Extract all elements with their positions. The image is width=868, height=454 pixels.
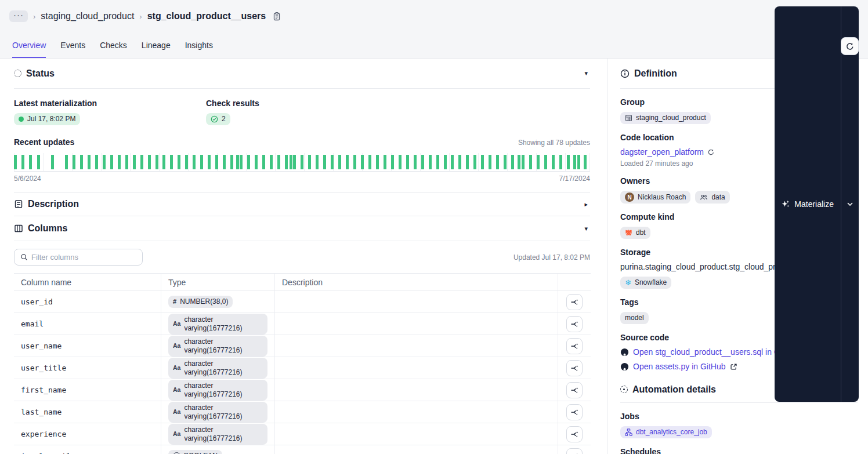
compute-kind-badge[interactable]: dbt	[620, 227, 650, 239]
view-column-lineage-button[interactable]	[566, 404, 583, 420]
latest-materialization-badge[interactable]: Jul 17, 8:02 PM	[14, 113, 80, 125]
update-bar[interactable]	[567, 155, 570, 169]
update-bar[interactable]	[65, 155, 68, 169]
update-bar[interactable]	[277, 155, 280, 169]
update-bar[interactable]	[308, 155, 311, 169]
update-bar[interactable]	[537, 155, 540, 169]
materialize-dropdown-button[interactable]	[841, 6, 859, 402]
update-bar[interactable]	[353, 155, 356, 169]
group-badge[interactable]: staging_cloud_product	[620, 112, 711, 124]
update-bar[interactable]	[193, 155, 196, 169]
update-bar[interactable]	[230, 155, 233, 169]
view-column-lineage-button[interactable]	[566, 448, 583, 454]
tab-events[interactable]: Events	[60, 35, 85, 58]
owner-team-badge[interactable]: data	[695, 191, 729, 204]
breadcrumb-ellipsis-button[interactable]: ···	[9, 10, 28, 22]
update-bar[interactable]	[331, 155, 334, 169]
update-bar[interactable]	[162, 155, 165, 169]
update-bar[interactable]	[110, 155, 113, 169]
update-bar[interactable]	[262, 155, 265, 169]
filter-columns-field[interactable]	[14, 249, 143, 266]
update-bar[interactable]	[384, 155, 386, 169]
update-bar[interactable]	[293, 155, 296, 169]
expand-description-chevron-icon[interactable]: ▸	[582, 198, 590, 210]
update-bar[interactable]	[185, 155, 188, 169]
update-bar[interactable]	[155, 155, 158, 169]
updates-timeline[interactable]	[14, 153, 590, 172]
update-bar[interactable]	[406, 155, 409, 169]
check-results-badge[interactable]: 2	[206, 113, 230, 125]
view-column-lineage-button[interactable]	[566, 382, 583, 398]
update-bar[interactable]	[429, 155, 432, 169]
update-bar[interactable]	[489, 155, 491, 169]
update-bar[interactable]	[577, 155, 580, 169]
update-bar[interactable]	[473, 155, 476, 169]
update-bar[interactable]	[573, 155, 576, 169]
update-bar[interactable]	[285, 155, 288, 169]
owner-user-badge[interactable]: N Nicklaus Roach	[620, 191, 690, 204]
update-bar[interactable]	[481, 155, 484, 169]
update-bar[interactable]	[178, 155, 180, 169]
update-bar[interactable]	[247, 155, 250, 169]
update-bar[interactable]	[301, 155, 303, 169]
update-bar[interactable]	[208, 155, 211, 169]
update-bar[interactable]	[14, 155, 17, 169]
collapse-status-chevron-icon[interactable]: ▾	[582, 67, 590, 79]
view-column-lineage-button[interactable]	[566, 316, 583, 332]
update-bar[interactable]	[240, 155, 243, 169]
tab-lineage[interactable]: Lineage	[142, 35, 171, 58]
update-bar[interactable]	[444, 155, 447, 169]
code-location-link[interactable]: dagster_open_platform	[620, 147, 704, 157]
update-bar[interactable]	[511, 155, 514, 169]
update-bar[interactable]	[236, 155, 239, 169]
update-bar[interactable]	[559, 155, 562, 169]
update-bar[interactable]	[73, 155, 75, 169]
update-bar[interactable]	[21, 155, 24, 169]
update-bar[interactable]	[255, 155, 258, 169]
materialize-button[interactable]: Materialize	[775, 6, 841, 402]
update-bar[interactable]	[103, 155, 106, 169]
update-bar[interactable]	[170, 155, 173, 169]
update-bar[interactable]	[140, 155, 143, 169]
update-bar[interactable]	[584, 155, 587, 169]
update-bar[interactable]	[29, 155, 32, 169]
update-bar[interactable]	[458, 155, 461, 169]
update-bar[interactable]	[368, 155, 371, 169]
update-bar[interactable]	[51, 155, 54, 169]
update-bar[interactable]	[200, 155, 203, 169]
update-bar[interactable]	[518, 155, 520, 169]
tab-checks[interactable]: Checks	[100, 35, 127, 58]
update-bar[interactable]	[391, 155, 394, 169]
breadcrumb-group-link[interactable]: staging_cloud_product	[41, 11, 134, 21]
update-bar[interactable]	[316, 155, 319, 169]
update-bar[interactable]	[496, 155, 499, 169]
update-bar[interactable]	[552, 155, 555, 169]
update-bar[interactable]	[80, 155, 83, 169]
view-column-lineage-button[interactable]	[566, 338, 583, 354]
reload-location-icon[interactable]	[707, 148, 715, 156]
view-column-lineage-button[interactable]	[566, 294, 583, 310]
update-bar[interactable]	[95, 155, 98, 169]
update-bar[interactable]	[223, 155, 226, 169]
update-bar[interactable]	[436, 155, 439, 169]
view-column-lineage-button[interactable]	[566, 360, 583, 376]
update-bar[interactable]	[338, 155, 341, 169]
job-badge[interactable]: dbt_analytics_core_job	[620, 426, 712, 438]
update-bar[interactable]	[37, 155, 40, 169]
update-bar[interactable]	[290, 155, 292, 169]
update-bar[interactable]	[361, 155, 364, 169]
update-bar[interactable]	[399, 155, 402, 169]
update-bar[interactable]	[270, 155, 273, 169]
update-bar[interactable]	[421, 155, 424, 169]
update-bar[interactable]	[414, 155, 417, 169]
refresh-button[interactable]	[841, 37, 859, 55]
collapse-columns-chevron-icon[interactable]: ▾	[582, 223, 590, 235]
github-source-link[interactable]: Open assets.py in GitHub	[633, 362, 726, 371]
update-bar[interactable]	[346, 155, 349, 169]
update-bar[interactable]	[215, 155, 218, 169]
update-bar[interactable]	[376, 155, 379, 169]
tab-overview[interactable]: Overview	[12, 35, 46, 58]
tag-badge[interactable]: model	[620, 312, 649, 324]
update-bar[interactable]	[466, 155, 469, 169]
update-bar[interactable]	[504, 155, 507, 169]
